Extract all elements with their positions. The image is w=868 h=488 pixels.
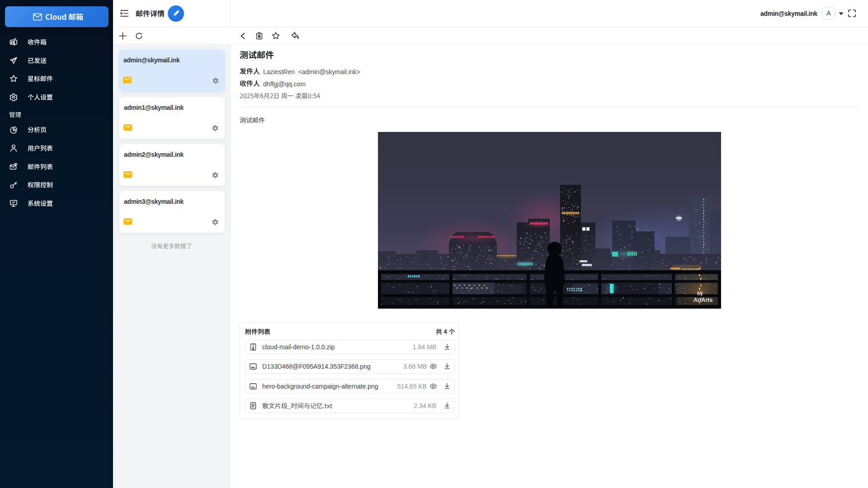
svg-text:AriArts: AriArts	[693, 297, 712, 303]
svg-text:by: by	[697, 291, 703, 296]
